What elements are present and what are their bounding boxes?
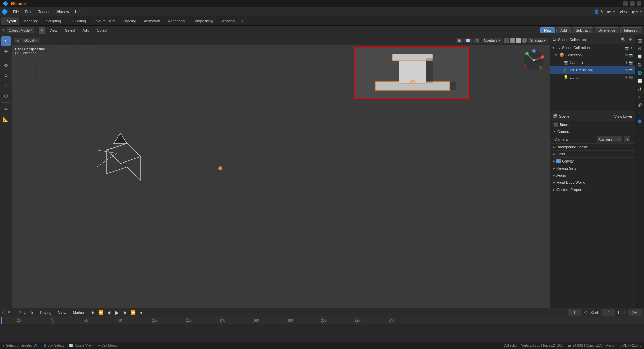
prop-object-icon[interactable]: ⬜	[636, 77, 643, 84]
marker-menu[interactable]: Marker	[71, 310, 86, 315]
tab-compositing[interactable]: Compositing	[189, 17, 216, 25]
light-vis-icon[interactable]: 👁	[625, 76, 628, 79]
timeline-expand[interactable]: ▼	[7, 310, 11, 314]
prop-particles-icon[interactable]: ✨	[636, 85, 643, 93]
tab-sculpting[interactable]: Sculpting	[43, 17, 65, 25]
light-render-icon[interactable]: 📷	[629, 76, 633, 79]
prop-scene-icon[interactable]: 🎬	[636, 61, 643, 68]
prop-output-icon[interactable]: 🖨	[636, 45, 643, 52]
camera-row-icon[interactable]: ✕	[624, 136, 630, 142]
tab-shading[interactable]: Shading	[119, 17, 140, 25]
drill-render-icon[interactable]: 📷	[629, 68, 633, 72]
next-keyframe-btn[interactable]: ⏩	[130, 309, 137, 316]
scene-section-header[interactable]: 🎬 Scene	[550, 121, 635, 128]
tool-select[interactable]: ↖	[1, 36, 11, 46]
jump-end-btn[interactable]: ⏭	[138, 309, 145, 316]
tab-uv-editing[interactable]: UV Editing	[65, 17, 90, 25]
tool-scale[interactable]: ⤢	[1, 81, 11, 90]
maximize-button[interactable]: □	[630, 1, 635, 6]
bg-scene-header[interactable]: ▶ Background Scene	[550, 144, 635, 150]
prop-render-icon[interactable]: 📷	[636, 36, 643, 44]
add-menu[interactable]: Add	[80, 28, 92, 33]
jump-start-btn[interactable]: ⏮	[89, 309, 96, 316]
viewport-options-btn[interactable]: ⚙	[473, 38, 480, 43]
outliner-camera[interactable]: 📷 Camera 👁 📷	[550, 59, 635, 66]
tab-layout[interactable]: Layout	[1, 17, 19, 25]
tool-cursor[interactable]: ⊕	[1, 47, 11, 56]
viewport-area[interactable]: ↖ Global ▼ ⊞ 🔄 ⚙ Overlays ▼ Shading	[12, 35, 550, 308]
outliner-drill-press[interactable]: ◇ Drill_Press_obj 👁 📷	[550, 66, 635, 74]
timeline-ruler[interactable]: 20 40 60 80 100 120 140 160 180 200 220 …	[0, 317, 644, 342]
cam-render-icon[interactable]: 📷	[629, 61, 633, 65]
shading-dropdown[interactable]: Shading ▼	[528, 38, 548, 43]
prev-frame-btn[interactable]: ◀	[105, 309, 112, 316]
prop-world-icon[interactable]: 🌐	[636, 69, 643, 76]
view-options-btn[interactable]: ⊞	[456, 38, 463, 43]
rigid-body-header[interactable]: ▶ Rigid Body World	[550, 179, 635, 186]
tool-rotate[interactable]: ↻	[1, 71, 11, 80]
outliner-light[interactable]: 💡 Light 👁 📷	[550, 74, 635, 81]
prop-physics-icon[interactable]: ⚛	[636, 93, 643, 101]
tab-texture-paint[interactable]: Texture Paint	[90, 17, 119, 25]
global-transform-btn[interactable]: Global ▼	[22, 38, 40, 43]
outliner-scene-collection[interactable]: ▼ 🗂 Scene Collection 📷 👁	[550, 44, 635, 51]
playback-menu[interactable]: Playback	[16, 310, 35, 315]
tool-measure[interactable]: 📐	[1, 115, 11, 124]
bool-add[interactable]: Add	[556, 27, 571, 33]
units-header[interactable]: ▶ Units	[550, 151, 635, 157]
scene-col-camera-icon[interactable]: 📷	[625, 46, 629, 50]
bool-intersect[interactable]: Intersect	[620, 27, 642, 33]
outliner-collection[interactable]: ▼ 📦 Collection 👁 📷	[550, 51, 635, 59]
camera-row-value[interactable]: Camera ▼	[597, 136, 622, 142]
next-frame-btn[interactable]: ▶	[122, 309, 128, 316]
tool-transform[interactable]: ⬡	[1, 91, 11, 100]
bool-new[interactable]: New	[540, 27, 555, 33]
gravity-header[interactable]: ▶ ✓ Gravity	[550, 158, 635, 165]
prop-data-icon[interactable]: △	[636, 109, 643, 117]
tool-annotate[interactable]: ✏	[1, 105, 11, 114]
tab-modeling[interactable]: Modeling	[20, 17, 42, 25]
prop-view-layer-icon[interactable]: 🔲	[636, 53, 643, 60]
cam-vis-icon[interactable]: 👁	[625, 61, 628, 65]
start-frame-field[interactable]: 1	[602, 309, 615, 316]
menu-help[interactable]: Help	[72, 9, 85, 15]
close-button[interactable]: ✕	[637, 1, 641, 6]
outliner-filter-icon[interactable]: ⚙	[629, 37, 633, 42]
view-menu-tl[interactable]: View	[56, 310, 68, 315]
custom-props-header[interactable]: ▶ Custom Properties	[550, 186, 635, 193]
tab-scripting[interactable]: Scripting	[217, 17, 238, 25]
add-tab-button[interactable]: +	[239, 18, 246, 24]
audio-header[interactable]: ▶ Audio	[550, 172, 635, 179]
tool-move[interactable]: ✥	[1, 60, 11, 70]
prop-material-icon[interactable]: 🔵	[636, 118, 643, 125]
drill-vis-icon[interactable]: 👁	[625, 68, 628, 72]
prev-keyframe-btn[interactable]: ⏪	[97, 309, 104, 316]
bool-difference[interactable]: Difference	[595, 27, 619, 33]
bool-subtract[interactable]: Subtract	[572, 27, 593, 33]
gizmo-options-btn[interactable]: 🔄	[464, 38, 472, 43]
menu-window[interactable]: Window	[53, 9, 72, 15]
keying-menu[interactable]: Keying	[38, 310, 54, 315]
scene-col-hide-icon[interactable]: 👁	[630, 46, 633, 50]
col-vis-icon[interactable]: 👁	[625, 53, 628, 57]
shading-options[interactable]: Shading ▼	[504, 38, 548, 43]
prop-constraints-icon[interactable]: 🔗	[636, 101, 643, 109]
viewport-mode-btn[interactable]: ↖	[14, 38, 21, 43]
select-menu[interactable]: Select	[62, 28, 78, 33]
mode-dropdown[interactable]: Object Mode ▼	[7, 27, 34, 33]
camera-section-header[interactable]: ▼ Camera	[550, 128, 635, 135]
view-menu[interactable]: View	[47, 28, 60, 33]
current-frame-field[interactable]: 1	[568, 309, 581, 316]
keying-header[interactable]: ▶ Keying Sets	[550, 165, 635, 172]
tab-rendering[interactable]: Rendering	[164, 17, 188, 25]
menu-edit[interactable]: Edit	[22, 9, 34, 15]
menu-file[interactable]: File	[10, 9, 22, 15]
overlays-btn[interactable]: Overlays ▼	[482, 38, 502, 43]
outliner-filter-btn[interactable]: 🔍	[621, 37, 626, 42]
minimize-button[interactable]: ─	[623, 1, 628, 6]
play-btn[interactable]: ▶	[114, 309, 120, 316]
tab-animation[interactable]: Animation	[141, 17, 164, 25]
gravity-checkbox[interactable]: ✓	[556, 159, 561, 163]
col-render-icon[interactable]: 📷	[629, 53, 633, 57]
end-frame-field[interactable]: 250	[628, 309, 642, 316]
